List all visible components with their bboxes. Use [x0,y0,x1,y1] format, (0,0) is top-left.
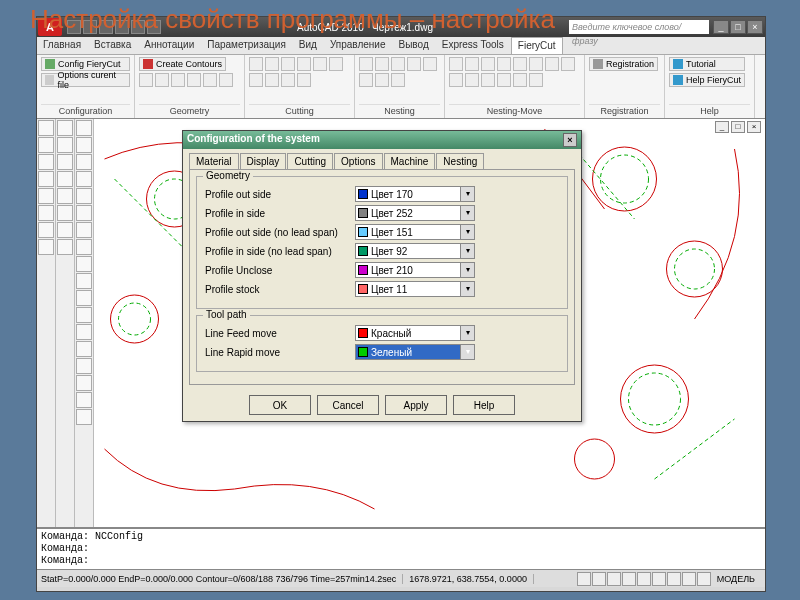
tool-btn[interactable] [57,137,73,153]
tool-btn[interactable] [57,120,73,136]
move-btn[interactable] [545,57,559,71]
tool-btn[interactable] [76,290,92,306]
geom-btn-2[interactable] [155,73,169,87]
color-combo[interactable]: Зеленый▾ [355,344,475,360]
polar-toggle[interactable] [622,572,636,586]
dialog-close-button[interactable]: × [563,133,577,147]
dialog-tab[interactable]: Material [189,153,239,169]
tool-btn[interactable] [76,307,92,323]
tool-btn[interactable] [38,188,54,204]
create-contours-button[interactable]: Create Contours [139,57,226,71]
tool-btn[interactable] [38,120,54,136]
tool-btn[interactable] [76,273,92,289]
qp-toggle[interactable] [697,572,711,586]
help-button[interactable]: Help [453,395,515,415]
doc-restore-button[interactable]: □ [731,121,745,133]
ribbon-tab[interactable]: Вставка [88,37,138,54]
dialog-titlebar[interactable]: Configuration of the system × [183,131,581,149]
help-fierycut-button[interactable]: Help FieryCut [669,73,745,87]
move-btn[interactable] [481,73,495,87]
tool-btn[interactable] [76,256,92,272]
minimize-button[interactable]: _ [713,20,729,34]
tool-btn[interactable] [57,205,73,221]
tool-btn[interactable] [76,392,92,408]
nest-btn[interactable] [407,57,421,71]
geom-btn-1[interactable] [139,73,153,87]
cut-btn[interactable] [297,57,311,71]
tool-btn[interactable] [57,222,73,238]
tool-btn[interactable] [57,188,73,204]
ribbon-tab[interactable]: Управление [324,37,393,54]
dialog-tab[interactable]: Cutting [287,153,333,169]
tutorial-button[interactable]: Tutorial [669,57,745,71]
chevron-down-icon[interactable]: ▾ [460,244,474,258]
close-button[interactable]: × [747,20,763,34]
chevron-down-icon[interactable]: ▾ [460,206,474,220]
cut-btn[interactable] [281,57,295,71]
command-line[interactable]: Команда: NCConfig Команда: Команда: [37,527,765,569]
doc-close-button[interactable]: × [747,121,761,133]
color-combo[interactable]: Цвет 11▾ [355,281,475,297]
tool-btn[interactable] [76,324,92,340]
move-btn[interactable] [529,73,543,87]
dialog-tab[interactable]: Options [334,153,382,169]
registration-button[interactable]: Registration [589,57,658,71]
tool-btn[interactable] [38,222,54,238]
tool-btn[interactable] [76,222,92,238]
tool-btn[interactable] [38,137,54,153]
move-btn[interactable] [465,57,479,71]
geom-btn-3[interactable] [171,73,185,87]
move-btn[interactable] [513,57,527,71]
geom-btn-6[interactable] [219,73,233,87]
dialog-tab[interactable]: Display [240,153,287,169]
osnap-toggle[interactable] [637,572,651,586]
ribbon-tab[interactable]: Главная [37,37,88,54]
tool-btn[interactable] [76,205,92,221]
move-btn[interactable] [449,73,463,87]
tool-btn[interactable] [76,171,92,187]
cut-btn[interactable] [329,57,343,71]
tool-btn[interactable] [76,188,92,204]
ribbon-tab[interactable]: Аннотации [138,37,201,54]
move-btn[interactable] [465,73,479,87]
otrack-toggle[interactable] [652,572,666,586]
nest-btn[interactable] [359,73,373,87]
tool-btn[interactable] [38,205,54,221]
chevron-down-icon[interactable]: ▾ [460,345,474,359]
tool-btn[interactable] [57,154,73,170]
apply-button[interactable]: Apply [385,395,447,415]
lwt-toggle[interactable] [682,572,696,586]
model-space-button[interactable]: МОДЕЛЬ [717,574,761,584]
move-btn[interactable] [497,57,511,71]
maximize-button[interactable]: □ [730,20,746,34]
ortho-toggle[interactable] [607,572,621,586]
cut-btn[interactable] [249,73,263,87]
cut-btn[interactable] [313,57,327,71]
tool-btn[interactable] [76,409,92,425]
dialog-tab[interactable]: Machine [384,153,436,169]
ribbon-tab[interactable]: FieryCut [511,37,563,54]
color-combo[interactable]: Цвет 92▾ [355,243,475,259]
snap-toggle[interactable] [577,572,591,586]
move-btn[interactable] [449,57,463,71]
nest-btn[interactable] [423,57,437,71]
tool-btn[interactable] [76,154,92,170]
cut-btn[interactable] [297,73,311,87]
chevron-down-icon[interactable]: ▾ [460,326,474,340]
chevron-down-icon[interactable]: ▾ [460,187,474,201]
geom-btn-4[interactable] [187,73,201,87]
grid-toggle[interactable] [592,572,606,586]
options-current-file-button[interactable]: Options curent file [41,73,130,87]
cut-btn[interactable] [265,57,279,71]
move-btn[interactable] [497,73,511,87]
tool-btn[interactable] [76,120,92,136]
search-input[interactable]: Введите ключевое слово/фразу [569,20,709,34]
tool-btn[interactable] [57,171,73,187]
color-combo[interactable]: Цвет 210▾ [355,262,475,278]
tool-btn[interactable] [38,239,54,255]
dyn-toggle[interactable] [667,572,681,586]
config-fierycut-button[interactable]: Config FieryCut [41,57,130,71]
nest-btn[interactable] [359,57,373,71]
geom-btn-5[interactable] [203,73,217,87]
cut-btn[interactable] [249,57,263,71]
